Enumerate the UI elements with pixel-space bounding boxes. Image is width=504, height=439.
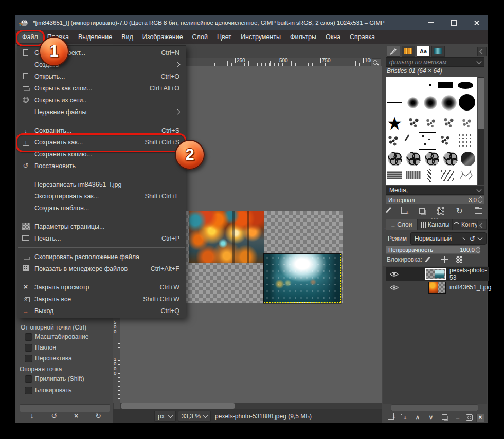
- close-button[interactable]: [465, 15, 488, 30]
- menu-item-create-template[interactable]: Создать шаблон...: [17, 202, 186, 214]
- visibility-icon[interactable]: [390, 285, 399, 290]
- open-brush-button[interactable]: [475, 206, 482, 215]
- spacing-spinner[interactable]: [479, 197, 482, 203]
- menu-filters[interactable]: Фильтры: [285, 31, 321, 43]
- menu-item-close-all[interactable]: Закрыть все Shift+Ctrl+W: [17, 293, 186, 305]
- menu-select[interactable]: Выделение: [74, 31, 117, 43]
- maximize-button[interactable]: [442, 15, 465, 30]
- brush-swatch[interactable]: [427, 169, 431, 182]
- photo-layer-selection[interactable]: [264, 254, 341, 303]
- edit-brush-button[interactable]: [388, 207, 389, 215]
- title-bar[interactable]: *[im843651_l] (импортировано)-7.0 (Цвета…: [15, 15, 488, 30]
- layer-row-active[interactable]: pexels-photo-53: [386, 267, 489, 281]
- tool-options-scrollbar[interactable]: [20, 404, 110, 412]
- lock-checkbox[interactable]: [25, 387, 32, 394]
- menu-help[interactable]: Справка: [345, 31, 380, 43]
- tab-layers[interactable]: ≡ Слои: [386, 219, 418, 230]
- brush-swatch-star[interactable]: ★: [387, 115, 402, 132]
- brush-swatch-selected[interactable]: [419, 132, 436, 150]
- menu-item-close-view[interactable]: Закрыть просмотр Ctrl+W: [17, 281, 186, 293]
- menu-item-print[interactable]: Печать... Ctrl+P: [17, 232, 186, 244]
- layer-row[interactable]: im843651_l.jpg: [386, 281, 489, 294]
- menu-item-export-as[interactable]: Экспортировать как... Shift+Ctrl+E: [17, 190, 186, 202]
- brush-swatch[interactable]: [442, 117, 456, 129]
- delete-tool-preset-button[interactable]: ×: [71, 412, 81, 420]
- merge-layer-button[interactable]: ≡: [453, 413, 463, 422]
- blend-mode-dropdown[interactable]: Нормальный: [410, 232, 471, 245]
- brush-swatch[interactable]: [429, 84, 431, 86]
- brush-swatch[interactable]: [458, 133, 472, 147]
- unit-dropdown[interactable]: px: [154, 411, 176, 422]
- scaling-checkbox[interactable]: [25, 333, 32, 341]
- duplicate-brush-button[interactable]: [419, 207, 425, 215]
- brush-swatch[interactable]: [424, 96, 437, 109]
- lock-paint-button[interactable]: [427, 255, 435, 263]
- tab-patterns[interactable]: [402, 46, 415, 57]
- refresh-brushes-button[interactable]: ↻: [456, 206, 463, 216]
- minimize-button[interactable]: [420, 15, 442, 30]
- menu-item-page-setup[interactable]: Параметры страницы...: [17, 221, 186, 232]
- opacity-slider[interactable]: Непрозрачность 100,0: [386, 246, 480, 254]
- new-layer-button[interactable]: [386, 413, 396, 422]
- menu-item-recent-files[interactable]: Недавние файлы: [17, 106, 186, 118]
- media-dropdown[interactable]: Media,: [386, 186, 484, 195]
- tab-brushes[interactable]: [387, 46, 400, 57]
- save-tool-preset-button[interactable]: ↓: [27, 412, 37, 420]
- menu-item-revert[interactable]: Восстановить: [17, 160, 186, 172]
- brush-swatch[interactable]: [406, 152, 421, 166]
- perspective-checkbox[interactable]: [25, 355, 32, 362]
- brush-swatch[interactable]: [441, 95, 457, 111]
- lower-layer-button[interactable]: ∨: [426, 413, 436, 422]
- tab-channels[interactable]: Каналы: [418, 219, 453, 230]
- mode-switch-group[interactable]: ↺: [465, 232, 487, 245]
- menu-tools[interactable]: Инструменты: [236, 31, 285, 43]
- new-brush-button[interactable]: [401, 207, 407, 215]
- brush-swatch[interactable]: [387, 171, 402, 179]
- painting-layer-image[interactable]: [189, 211, 264, 263]
- brush-swatch[interactable]: [443, 152, 458, 166]
- brush-swatch[interactable]: [407, 97, 419, 108]
- shear-checkbox[interactable]: [25, 344, 32, 352]
- dockable-menu-button[interactable]: [477, 47, 487, 56]
- menu-item-quit[interactable]: Выход Ctrl+Q: [17, 305, 186, 317]
- brush-swatch[interactable]: [461, 118, 473, 129]
- new-group-button[interactable]: [399, 413, 409, 422]
- brush-swatch[interactable]: [388, 152, 402, 166]
- brush-swatch[interactable]: [458, 82, 473, 89]
- canvas-horizontal-scrollbar[interactable]: [120, 403, 382, 409]
- layers-menu-button[interactable]: [477, 221, 487, 230]
- zoom-dropdown[interactable]: 33,3 %: [178, 411, 211, 422]
- tab-gradients[interactable]: [431, 46, 445, 57]
- visibility-icon[interactable]: [390, 271, 399, 277]
- tab-fonts[interactable]: Aa: [417, 46, 430, 57]
- spacing-slider[interactable]: Интервал 3,0: [386, 195, 484, 204]
- menu-color[interactable]: Цвет: [212, 31, 236, 43]
- menu-layer[interactable]: Слой: [188, 31, 212, 43]
- menu-image[interactable]: Изображение: [138, 31, 188, 43]
- brush-swatch[interactable]: [425, 152, 439, 166]
- brush-swatch[interactable]: [405, 134, 410, 141]
- layer-thumbnail[interactable]: [428, 282, 446, 294]
- brush-swatch[interactable]: [387, 134, 400, 148]
- brush-swatch[interactable]: [406, 171, 421, 179]
- restore-tool-preset-button[interactable]: ↺: [49, 412, 59, 420]
- quick-mask-toggle[interactable]: [113, 403, 120, 409]
- lock-alpha-button[interactable]: [456, 255, 464, 263]
- layer-mask-button[interactable]: [464, 413, 474, 422]
- menu-view[interactable]: Вид: [117, 31, 138, 43]
- brush-swatch[interactable]: [438, 82, 453, 88]
- snap-checkbox[interactable]: [25, 375, 32, 383]
- menu-item-show-in-file-manager[interactable]: Показать в менеджере файлов Ctrl+Alt+F: [17, 263, 186, 275]
- brush-swatch-animal[interactable]: [458, 168, 474, 182]
- delete-brush-button[interactable]: ×: [437, 207, 444, 215]
- brush-grid-scrollbar[interactable]: [478, 77, 484, 185]
- reset-tool-options-button[interactable]: ↻: [93, 412, 103, 420]
- raise-layer-button[interactable]: ∧: [412, 413, 423, 422]
- brush-swatch[interactable]: [441, 170, 454, 181]
- opacity-spinner[interactable]: [477, 247, 480, 253]
- scrollbar-thumb[interactable]: [121, 403, 235, 409]
- brush-swatch[interactable]: [387, 102, 402, 103]
- tag-filter-input[interactable]: фильтр по меткам: [386, 57, 484, 67]
- menu-windows[interactable]: Окна: [321, 31, 345, 43]
- menu-item-open[interactable]: Открыть... Ctrl+O: [17, 70, 186, 82]
